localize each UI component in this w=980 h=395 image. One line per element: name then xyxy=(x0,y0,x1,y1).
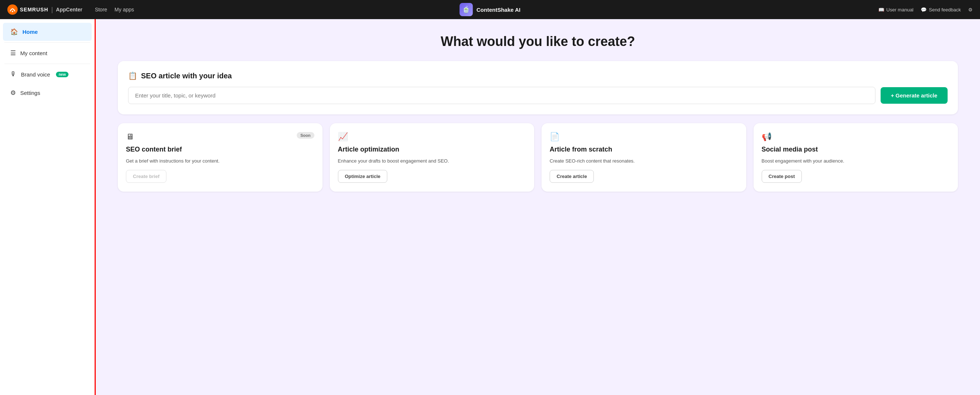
semrush-logo: SEMRUSH | AppCenter xyxy=(7,5,83,15)
main-layout: 🏠 Home ☰ My content 🎙 Brand voice new ⚙ … xyxy=(0,19,980,395)
topbar-center: 🍵 ContentShake AI xyxy=(460,3,520,16)
seo-brief-title: SEO content brief xyxy=(126,145,314,154)
semrush-logo-icon xyxy=(7,5,18,15)
topbar: SEMRUSH | AppCenter Store My apps 🍵 Cont… xyxy=(0,0,980,19)
feature-card-social-media: 📢 Social media post Boost engagement wit… xyxy=(754,123,958,192)
article-scratch-icon: 📄 xyxy=(550,132,560,141)
settings-link[interactable]: ⚙ xyxy=(968,7,973,13)
article-scratch-desc: Create SEO-rich content that resonates. xyxy=(550,157,738,165)
feature-card-article-optimization: 📈 Article optimization Enhance your draf… xyxy=(330,123,535,192)
article-scratch-title: Article from scratch xyxy=(550,145,738,154)
appcenter-text: AppCenter xyxy=(56,6,83,13)
feature-card-top-social-media: 📢 xyxy=(762,132,950,141)
article-optimization-desc: Enhance your drafts to boost engagement … xyxy=(338,157,527,165)
sidebar-brand-voice-label: Brand voice xyxy=(21,71,50,78)
social-media-title: Social media post xyxy=(762,145,950,154)
social-media-icon: 📢 xyxy=(762,132,772,141)
brand-divider: | xyxy=(51,6,53,14)
sidebar-item-brand-voice[interactable]: 🎙 Brand voice new xyxy=(3,65,92,83)
user-manual-link[interactable]: 📖 User manual xyxy=(878,7,914,13)
main-content: What would you like to create? 📋 SEO art… xyxy=(96,19,980,395)
seo-article-header: 📋 SEO article with your idea xyxy=(128,71,948,80)
sidebar-divider-2 xyxy=(5,63,90,64)
generate-article-button[interactable]: + Generate article xyxy=(881,87,948,104)
book-icon: 📖 xyxy=(878,7,884,13)
create-post-button[interactable]: Create post xyxy=(762,170,802,183)
create-article-button[interactable]: Create article xyxy=(550,170,594,183)
optimize-article-button[interactable]: Optimize article xyxy=(338,170,388,183)
topbar-nav: Store My apps xyxy=(95,6,134,13)
sidebar-home-label: Home xyxy=(22,29,38,35)
nav-store[interactable]: Store xyxy=(95,6,107,13)
article-optimization-icon: 📈 xyxy=(338,132,348,141)
seo-article-icon: 📋 xyxy=(128,71,137,80)
sidebar-item-my-content[interactable]: ☰ My content xyxy=(3,44,92,62)
seo-article-input[interactable] xyxy=(128,87,875,104)
send-feedback-link[interactable]: 💬 Send feedback xyxy=(921,7,961,13)
seo-article-card: 📋 SEO article with your idea + Generate … xyxy=(118,61,958,114)
topbar-right: 📖 User manual 💬 Send feedback ⚙ xyxy=(878,7,973,13)
feedback-icon: 💬 xyxy=(921,7,927,13)
soon-badge: Soon xyxy=(297,132,314,139)
seo-brief-desc: Get a brief with instructions for your c… xyxy=(126,157,314,165)
sidebar-item-settings[interactable]: ⚙ Settings xyxy=(3,84,92,102)
sidebar-my-content-label: My content xyxy=(20,50,47,56)
user-manual-label: User manual xyxy=(886,7,914,13)
sidebar-settings-icon: ⚙ xyxy=(10,89,16,97)
app-icon: 🍵 xyxy=(460,3,473,16)
feature-cards-grid: 🖥 Soon SEO content brief Get a brief wit… xyxy=(118,123,958,192)
feature-card-seo-brief: 🖥 Soon SEO content brief Get a brief wit… xyxy=(118,123,323,192)
new-badge: new xyxy=(56,72,68,77)
sidebar-settings-label: Settings xyxy=(20,90,40,96)
app-name-label: ContentShake AI xyxy=(476,6,520,13)
article-optimization-title: Article optimization xyxy=(338,145,527,154)
home-icon: 🏠 xyxy=(10,28,18,36)
settings-icon: ⚙ xyxy=(968,7,973,13)
nav-my-apps[interactable]: My apps xyxy=(115,6,134,13)
feature-card-top-seo-brief: 🖥 Soon xyxy=(126,132,314,141)
svg-point-0 xyxy=(7,5,18,15)
create-brief-button[interactable]: Create brief xyxy=(126,170,166,183)
seo-article-title: SEO article with your idea xyxy=(141,72,232,80)
seo-article-input-row: + Generate article xyxy=(128,87,948,104)
sidebar-divider-1 xyxy=(5,42,90,43)
sidebar: 🏠 Home ☰ My content 🎙 Brand voice new ⚙ … xyxy=(0,19,96,395)
send-feedback-label: Send feedback xyxy=(929,7,961,13)
brand-voice-icon: 🎙 xyxy=(10,71,17,78)
social-media-desc: Boost engagement with your audience. xyxy=(762,157,950,165)
page-title: What would you like to create? xyxy=(118,34,958,49)
semrush-brand-text: SEMRUSH xyxy=(20,6,48,13)
content-icon: ☰ xyxy=(10,49,16,57)
svg-point-1 xyxy=(12,11,13,12)
seo-brief-icon: 🖥 xyxy=(126,132,134,141)
feature-card-top-article-optimization: 📈 xyxy=(338,132,527,141)
feature-card-article-scratch: 📄 Article from scratch Create SEO-rich c… xyxy=(541,123,746,192)
feature-card-top-article-scratch: 📄 xyxy=(550,132,738,141)
sidebar-item-home[interactable]: 🏠 Home xyxy=(3,23,92,41)
